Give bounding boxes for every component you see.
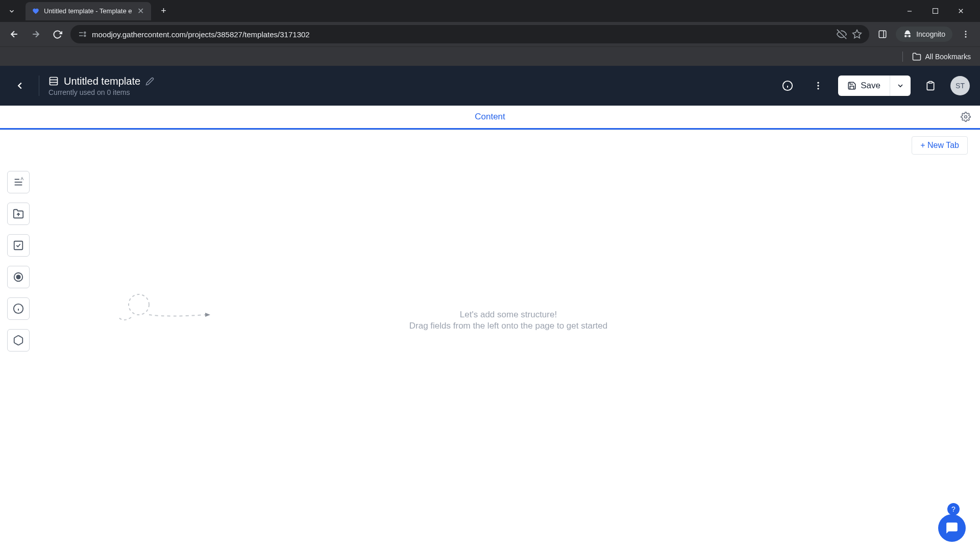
svg-rect-12 bbox=[879, 31, 886, 38]
svg-marker-11 bbox=[853, 30, 862, 38]
svg-point-15 bbox=[965, 34, 967, 35]
browser-tab[interactable]: Untitled template - Template e ✕ bbox=[26, 2, 151, 20]
tab-title: Untitled template - Template e bbox=[44, 7, 132, 15]
empty-state: Let's add some structure! Drag fields fr… bbox=[37, 161, 980, 551]
svg-point-35 bbox=[16, 275, 20, 279]
all-bookmarks-button[interactable]: All Bookmarks bbox=[912, 52, 971, 61]
main-content: A bbox=[0, 161, 980, 551]
tab-favicon-icon bbox=[32, 7, 40, 15]
svg-point-39 bbox=[129, 294, 149, 315]
svg-point-25 bbox=[818, 88, 819, 89]
window-maximize-icon[interactable] bbox=[927, 4, 943, 19]
svg-point-16 bbox=[965, 36, 967, 38]
svg-rect-26 bbox=[929, 82, 933, 83]
template-info: Untitled template Currently used on 0 it… bbox=[48, 76, 154, 96]
folder-icon bbox=[912, 52, 921, 61]
template-list-icon bbox=[48, 76, 59, 86]
template-usage-subtitle: Currently used on 0 items bbox=[48, 88, 154, 96]
svg-point-9 bbox=[84, 35, 86, 37]
tracking-protection-icon[interactable] bbox=[837, 29, 847, 39]
save-button-group: Save bbox=[838, 76, 911, 96]
new-browser-tab-button[interactable]: + bbox=[156, 4, 170, 18]
tab-search-dropdown[interactable] bbox=[4, 4, 19, 19]
radio-field-tool[interactable] bbox=[7, 266, 30, 288]
svg-point-27 bbox=[965, 115, 967, 118]
user-avatar[interactable]: ST bbox=[950, 76, 970, 95]
side-panel-icon[interactable] bbox=[874, 26, 891, 42]
bookmark-star-icon[interactable] bbox=[852, 29, 862, 39]
avatar-initials: ST bbox=[955, 82, 965, 90]
all-bookmarks-label: All Bookmarks bbox=[925, 53, 971, 61]
empty-state-illustration bbox=[98, 289, 220, 330]
text-field-tool[interactable]: A bbox=[7, 171, 30, 193]
browser-tab-bar: Untitled template - Template e ✕ + bbox=[0, 0, 980, 22]
window-minimize-icon[interactable] bbox=[902, 4, 917, 19]
chat-support-button[interactable] bbox=[938, 514, 966, 542]
clipboard-button[interactable] bbox=[920, 75, 941, 96]
app-back-button[interactable] bbox=[10, 76, 30, 95]
divider bbox=[39, 76, 39, 96]
svg-rect-33 bbox=[14, 241, 23, 250]
svg-point-23 bbox=[818, 82, 819, 84]
attachment-field-tool[interactable] bbox=[7, 203, 30, 225]
save-icon bbox=[847, 81, 856, 90]
window-close-icon[interactable] bbox=[953, 4, 968, 19]
svg-rect-17 bbox=[50, 78, 58, 85]
browser-back-button[interactable] bbox=[6, 26, 22, 42]
new-tab-label: + New Tab bbox=[920, 141, 959, 149]
bookmarks-bar: All Bookmarks bbox=[0, 46, 980, 66]
guidelines-field-tool[interactable] bbox=[7, 297, 30, 320]
url-text: moodjoy.gathercontent.com/projects/38582… bbox=[92, 30, 831, 39]
empty-state-title: Let's add some structure! bbox=[409, 310, 607, 320]
empty-state-subtitle: Drag fields from the left onto the page … bbox=[409, 321, 607, 331]
address-bar-row: moodjoy.gathercontent.com/projects/38582… bbox=[0, 22, 980, 46]
tab-settings-icon[interactable] bbox=[961, 112, 971, 124]
save-label: Save bbox=[861, 81, 880, 91]
divider bbox=[902, 52, 903, 62]
more-options-button[interactable] bbox=[807, 75, 829, 96]
svg-marker-40 bbox=[205, 313, 210, 317]
tab-content[interactable]: Content bbox=[0, 106, 980, 130]
incognito-icon bbox=[903, 30, 912, 39]
edit-title-icon[interactable] bbox=[145, 77, 154, 86]
site-info-icon[interactable] bbox=[78, 30, 87, 39]
save-dropdown-button[interactable] bbox=[890, 76, 911, 96]
info-button[interactable] bbox=[777, 75, 798, 96]
help-button[interactable]: ? bbox=[947, 503, 960, 515]
svg-rect-1 bbox=[933, 9, 938, 14]
address-bar[interactable]: moodjoy.gathercontent.com/projects/38582… bbox=[70, 25, 869, 43]
save-button[interactable]: Save bbox=[838, 76, 890, 96]
svg-text:A: A bbox=[21, 177, 24, 181]
component-field-tool[interactable] bbox=[7, 329, 30, 352]
app-header: Untitled template Currently used on 0 it… bbox=[0, 66, 980, 106]
chat-icon bbox=[945, 521, 959, 535]
field-toolbar: A bbox=[0, 161, 37, 551]
browser-reload-button[interactable] bbox=[49, 26, 65, 42]
svg-point-24 bbox=[818, 85, 819, 86]
template-title: Untitled template bbox=[64, 76, 140, 87]
help-icon: ? bbox=[951, 505, 955, 513]
new-tab-row: + New Tab bbox=[0, 130, 980, 161]
incognito-badge[interactable]: Incognito bbox=[896, 27, 952, 42]
svg-point-14 bbox=[965, 31, 967, 32]
svg-point-8 bbox=[84, 32, 86, 34]
tab-label: Content bbox=[475, 112, 505, 122]
content-tabs-nav: Content bbox=[0, 106, 980, 130]
new-tab-button[interactable]: + New Tab bbox=[912, 136, 968, 155]
checkbox-field-tool[interactable] bbox=[7, 234, 30, 257]
browser-menu-icon[interactable] bbox=[958, 26, 974, 42]
tab-close-icon[interactable]: ✕ bbox=[136, 7, 145, 16]
incognito-label: Incognito bbox=[916, 30, 945, 38]
browser-forward-button[interactable] bbox=[28, 26, 44, 42]
